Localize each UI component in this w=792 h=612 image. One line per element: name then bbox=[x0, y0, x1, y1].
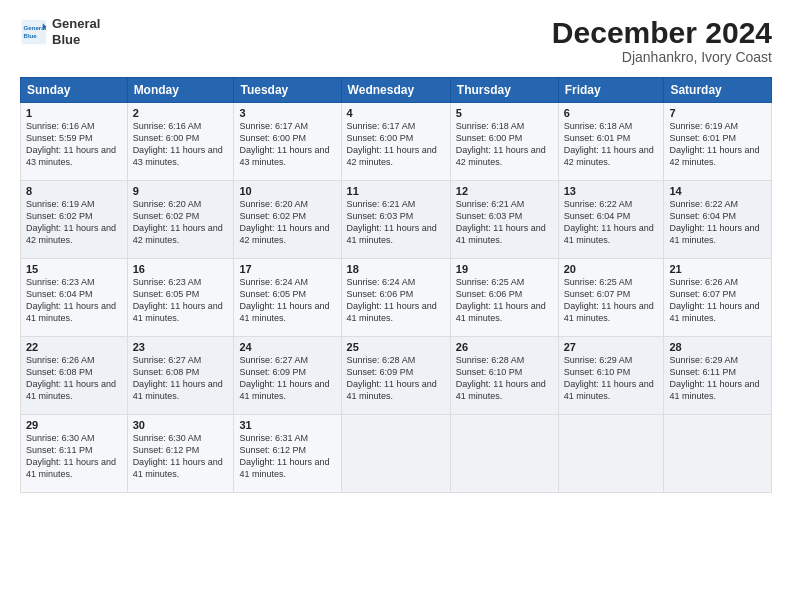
day-number: 24 bbox=[239, 341, 335, 353]
calendar-cell: 16 Sunrise: 6:23 AM Sunset: 6:05 PM Dayl… bbox=[127, 259, 234, 337]
day-number: 26 bbox=[456, 341, 553, 353]
week-row-2: 8 Sunrise: 6:19 AM Sunset: 6:02 PM Dayli… bbox=[21, 181, 772, 259]
day-content: Sunrise: 6:30 AM Sunset: 6:11 PM Dayligh… bbox=[26, 432, 122, 481]
day-content: Sunrise: 6:19 AM Sunset: 6:01 PM Dayligh… bbox=[669, 120, 766, 169]
svg-text:Blue: Blue bbox=[24, 32, 38, 39]
day-number: 27 bbox=[564, 341, 659, 353]
col-saturday: Saturday bbox=[664, 78, 772, 103]
day-content: Sunrise: 6:24 AM Sunset: 6:05 PM Dayligh… bbox=[239, 276, 335, 325]
col-monday: Monday bbox=[127, 78, 234, 103]
calendar-cell: 30 Sunrise: 6:30 AM Sunset: 6:12 PM Dayl… bbox=[127, 415, 234, 493]
day-content: Sunrise: 6:25 AM Sunset: 6:07 PM Dayligh… bbox=[564, 276, 659, 325]
col-thursday: Thursday bbox=[450, 78, 558, 103]
page-subtitle: Djanhankro, Ivory Coast bbox=[552, 49, 772, 65]
calendar-cell bbox=[450, 415, 558, 493]
calendar-cell: 9 Sunrise: 6:20 AM Sunset: 6:02 PM Dayli… bbox=[127, 181, 234, 259]
calendar-cell: 14 Sunrise: 6:22 AM Sunset: 6:04 PM Dayl… bbox=[664, 181, 772, 259]
day-number: 3 bbox=[239, 107, 335, 119]
day-number: 5 bbox=[456, 107, 553, 119]
week-row-5: 29 Sunrise: 6:30 AM Sunset: 6:11 PM Dayl… bbox=[21, 415, 772, 493]
day-content: Sunrise: 6:23 AM Sunset: 6:05 PM Dayligh… bbox=[133, 276, 229, 325]
calendar-cell: 29 Sunrise: 6:30 AM Sunset: 6:11 PM Dayl… bbox=[21, 415, 128, 493]
day-content: Sunrise: 6:17 AM Sunset: 6:00 PM Dayligh… bbox=[239, 120, 335, 169]
day-content: Sunrise: 6:26 AM Sunset: 6:08 PM Dayligh… bbox=[26, 354, 122, 403]
logo: General Blue General Blue bbox=[20, 16, 100, 47]
day-number: 14 bbox=[669, 185, 766, 197]
calendar-cell: 25 Sunrise: 6:28 AM Sunset: 6:09 PM Dayl… bbox=[341, 337, 450, 415]
day-number: 25 bbox=[347, 341, 445, 353]
header: General Blue General Blue December 2024 … bbox=[20, 16, 772, 65]
day-number: 17 bbox=[239, 263, 335, 275]
day-content: Sunrise: 6:24 AM Sunset: 6:06 PM Dayligh… bbox=[347, 276, 445, 325]
calendar-cell: 17 Sunrise: 6:24 AM Sunset: 6:05 PM Dayl… bbox=[234, 259, 341, 337]
col-tuesday: Tuesday bbox=[234, 78, 341, 103]
calendar-cell: 6 Sunrise: 6:18 AM Sunset: 6:01 PM Dayli… bbox=[558, 103, 664, 181]
calendar-cell: 15 Sunrise: 6:23 AM Sunset: 6:04 PM Dayl… bbox=[21, 259, 128, 337]
logo-icon: General Blue bbox=[20, 18, 48, 46]
calendar-cell: 21 Sunrise: 6:26 AM Sunset: 6:07 PM Dayl… bbox=[664, 259, 772, 337]
day-number: 18 bbox=[347, 263, 445, 275]
calendar-cell: 18 Sunrise: 6:24 AM Sunset: 6:06 PM Dayl… bbox=[341, 259, 450, 337]
calendar-cell: 4 Sunrise: 6:17 AM Sunset: 6:00 PM Dayli… bbox=[341, 103, 450, 181]
day-number: 29 bbox=[26, 419, 122, 431]
calendar-cell: 2 Sunrise: 6:16 AM Sunset: 6:00 PM Dayli… bbox=[127, 103, 234, 181]
day-number: 4 bbox=[347, 107, 445, 119]
logo-text: General Blue bbox=[52, 16, 100, 47]
calendar-cell: 7 Sunrise: 6:19 AM Sunset: 6:01 PM Dayli… bbox=[664, 103, 772, 181]
day-content: Sunrise: 6:20 AM Sunset: 6:02 PM Dayligh… bbox=[239, 198, 335, 247]
day-content: Sunrise: 6:16 AM Sunset: 6:00 PM Dayligh… bbox=[133, 120, 229, 169]
day-content: Sunrise: 6:23 AM Sunset: 6:04 PM Dayligh… bbox=[26, 276, 122, 325]
calendar-cell: 31 Sunrise: 6:31 AM Sunset: 6:12 PM Dayl… bbox=[234, 415, 341, 493]
calendar-cell: 22 Sunrise: 6:26 AM Sunset: 6:08 PM Dayl… bbox=[21, 337, 128, 415]
calendar-cell: 5 Sunrise: 6:18 AM Sunset: 6:00 PM Dayli… bbox=[450, 103, 558, 181]
calendar-cell: 26 Sunrise: 6:28 AM Sunset: 6:10 PM Dayl… bbox=[450, 337, 558, 415]
calendar-cell: 11 Sunrise: 6:21 AM Sunset: 6:03 PM Dayl… bbox=[341, 181, 450, 259]
day-number: 16 bbox=[133, 263, 229, 275]
day-content: Sunrise: 6:21 AM Sunset: 6:03 PM Dayligh… bbox=[456, 198, 553, 247]
calendar-cell: 20 Sunrise: 6:25 AM Sunset: 6:07 PM Dayl… bbox=[558, 259, 664, 337]
day-content: Sunrise: 6:16 AM Sunset: 5:59 PM Dayligh… bbox=[26, 120, 122, 169]
day-number: 13 bbox=[564, 185, 659, 197]
day-content: Sunrise: 6:25 AM Sunset: 6:06 PM Dayligh… bbox=[456, 276, 553, 325]
day-number: 23 bbox=[133, 341, 229, 353]
day-content: Sunrise: 6:26 AM Sunset: 6:07 PM Dayligh… bbox=[669, 276, 766, 325]
day-content: Sunrise: 6:27 AM Sunset: 6:09 PM Dayligh… bbox=[239, 354, 335, 403]
logo-line1: General bbox=[52, 16, 100, 32]
day-content: Sunrise: 6:19 AM Sunset: 6:02 PM Dayligh… bbox=[26, 198, 122, 247]
day-content: Sunrise: 6:18 AM Sunset: 6:01 PM Dayligh… bbox=[564, 120, 659, 169]
calendar-cell: 12 Sunrise: 6:21 AM Sunset: 6:03 PM Dayl… bbox=[450, 181, 558, 259]
day-content: Sunrise: 6:21 AM Sunset: 6:03 PM Dayligh… bbox=[347, 198, 445, 247]
day-number: 8 bbox=[26, 185, 122, 197]
calendar-cell: 10 Sunrise: 6:20 AM Sunset: 6:02 PM Dayl… bbox=[234, 181, 341, 259]
title-block: December 2024 Djanhankro, Ivory Coast bbox=[552, 16, 772, 65]
logo-line2: Blue bbox=[52, 32, 100, 48]
calendar-cell: 1 Sunrise: 6:16 AM Sunset: 5:59 PM Dayli… bbox=[21, 103, 128, 181]
col-sunday: Sunday bbox=[21, 78, 128, 103]
day-content: Sunrise: 6:17 AM Sunset: 6:00 PM Dayligh… bbox=[347, 120, 445, 169]
day-number: 21 bbox=[669, 263, 766, 275]
day-number: 30 bbox=[133, 419, 229, 431]
calendar-cell bbox=[341, 415, 450, 493]
day-number: 19 bbox=[456, 263, 553, 275]
day-number: 11 bbox=[347, 185, 445, 197]
week-row-4: 22 Sunrise: 6:26 AM Sunset: 6:08 PM Dayl… bbox=[21, 337, 772, 415]
calendar-cell: 24 Sunrise: 6:27 AM Sunset: 6:09 PM Dayl… bbox=[234, 337, 341, 415]
day-number: 1 bbox=[26, 107, 122, 119]
day-number: 6 bbox=[564, 107, 659, 119]
day-number: 22 bbox=[26, 341, 122, 353]
col-friday: Friday bbox=[558, 78, 664, 103]
page-title: December 2024 bbox=[552, 16, 772, 49]
day-number: 15 bbox=[26, 263, 122, 275]
day-content: Sunrise: 6:22 AM Sunset: 6:04 PM Dayligh… bbox=[669, 198, 766, 247]
day-content: Sunrise: 6:31 AM Sunset: 6:12 PM Dayligh… bbox=[239, 432, 335, 481]
day-number: 2 bbox=[133, 107, 229, 119]
day-content: Sunrise: 6:18 AM Sunset: 6:00 PM Dayligh… bbox=[456, 120, 553, 169]
day-number: 12 bbox=[456, 185, 553, 197]
calendar-cell: 8 Sunrise: 6:19 AM Sunset: 6:02 PM Dayli… bbox=[21, 181, 128, 259]
day-number: 10 bbox=[239, 185, 335, 197]
col-wednesday: Wednesday bbox=[341, 78, 450, 103]
calendar-cell: 27 Sunrise: 6:29 AM Sunset: 6:10 PM Dayl… bbox=[558, 337, 664, 415]
calendar-table: Sunday Monday Tuesday Wednesday Thursday… bbox=[20, 77, 772, 493]
day-number: 7 bbox=[669, 107, 766, 119]
day-content: Sunrise: 6:28 AM Sunset: 6:10 PM Dayligh… bbox=[456, 354, 553, 403]
